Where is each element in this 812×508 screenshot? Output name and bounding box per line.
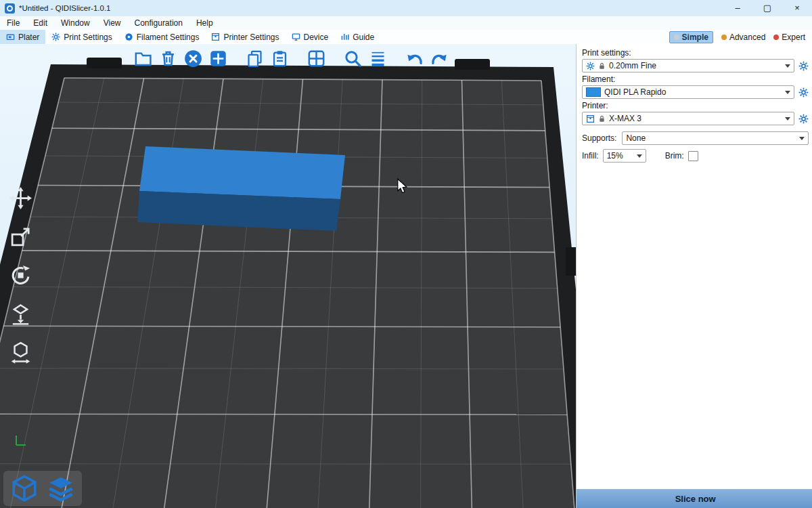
preview-button[interactable] bbox=[47, 474, 75, 503]
print-settings-select[interactable]: 0.20mm Fine bbox=[582, 59, 794, 72]
copy-button[interactable] bbox=[244, 48, 265, 68]
window-controls: – ▢ × bbox=[723, 0, 812, 16]
chevron-down-icon bbox=[785, 91, 790, 94]
paste-icon bbox=[271, 49, 289, 68]
model-object-top-face[interactable] bbox=[139, 146, 345, 199]
tabbar: Plater Print Settings Filament Settings … bbox=[0, 30, 812, 45]
menu-file[interactable]: File bbox=[0, 16, 26, 30]
search-button[interactable] bbox=[342, 48, 363, 68]
minimize-button[interactable]: – bbox=[723, 0, 752, 16]
edit-printer-button[interactable] bbox=[798, 114, 809, 124]
place-on-face-gizmo-button[interactable] bbox=[8, 302, 32, 325]
tab-plater[interactable]: Plater bbox=[0, 30, 45, 44]
folder-icon bbox=[134, 49, 152, 68]
rotate-icon bbox=[9, 264, 32, 287]
tab-print-settings[interactable]: Print Settings bbox=[45, 30, 118, 44]
gear-icon bbox=[586, 62, 595, 70]
scale-icon bbox=[9, 226, 32, 248]
edit-filament-button[interactable] bbox=[798, 87, 809, 98]
supports-select[interactable]: None bbox=[622, 131, 809, 145]
brim-checkbox[interactable] bbox=[688, 151, 698, 161]
tab-plater-label: Plater bbox=[18, 33, 39, 42]
menu-help[interactable]: Help bbox=[189, 16, 220, 30]
simple-mode-dot-icon bbox=[674, 35, 679, 40]
print-settings-label: Print settings: bbox=[582, 48, 809, 58]
titlebar: *Untitled - QIDISlicer-1.0.1 – ▢ × bbox=[0, 0, 812, 16]
printer-icon bbox=[586, 114, 595, 123]
open-project-button[interactable] bbox=[133, 48, 153, 68]
menu-configuration[interactable]: Configuration bbox=[128, 16, 189, 30]
tab-guide[interactable]: Guide bbox=[334, 30, 380, 44]
tab-printer-settings[interactable]: Printer Settings bbox=[205, 30, 285, 44]
paste-button[interactable] bbox=[269, 48, 290, 68]
expert-mode-dot-icon bbox=[773, 35, 779, 40]
view-mode-toggle bbox=[3, 471, 82, 506]
chevron-down-icon bbox=[799, 137, 805, 140]
close-button[interactable]: × bbox=[782, 0, 812, 16]
trash-icon bbox=[159, 49, 177, 68]
tab-print-settings-label: Print Settings bbox=[64, 33, 112, 42]
measure-gizmo-button[interactable] bbox=[8, 341, 32, 364]
filament-select[interactable]: QIDI PLA Rapido bbox=[582, 85, 794, 99]
build-plate[interactable] bbox=[0, 44, 576, 508]
mouse-cursor bbox=[397, 178, 409, 194]
undo-icon bbox=[405, 49, 424, 68]
printer-value: X-MAX 3 bbox=[609, 114, 782, 123]
split-objects-button[interactable] bbox=[306, 48, 326, 68]
gear-icon bbox=[51, 33, 60, 41]
tab-filament-settings[interactable]: Filament Settings bbox=[118, 30, 206, 44]
mode-advanced[interactable]: Advanced bbox=[721, 33, 765, 42]
app-logo-icon bbox=[5, 3, 15, 14]
infill-value: 15% bbox=[607, 151, 633, 161]
chevron-down-icon bbox=[637, 154, 642, 158]
gizmo-toolbar bbox=[8, 186, 32, 364]
arrange-button[interactable] bbox=[208, 48, 228, 68]
undo-button[interactable] bbox=[404, 48, 424, 68]
filament-color-swatch bbox=[586, 87, 601, 97]
search-icon bbox=[344, 49, 362, 68]
menu-window[interactable]: Window bbox=[54, 16, 97, 30]
delete-all-button[interactable] bbox=[183, 48, 203, 68]
monitor-icon bbox=[292, 33, 300, 41]
supports-value: None bbox=[626, 133, 796, 143]
rotate-gizmo-button[interactable] bbox=[8, 263, 32, 287]
tab-filament-settings-label: Filament Settings bbox=[137, 33, 200, 42]
scale-gizmo-button[interactable] bbox=[8, 225, 32, 248]
mode-expert-label: Expert bbox=[782, 33, 805, 42]
viewport-3d[interactable] bbox=[0, 44, 577, 508]
brim-label: Brim: bbox=[665, 151, 684, 161]
arrange-icon bbox=[209, 49, 227, 68]
tab-device[interactable]: Device bbox=[286, 30, 335, 44]
cube-icon bbox=[10, 474, 39, 503]
printer-select[interactable]: X-MAX 3 bbox=[582, 112, 794, 125]
filament-label: Filament: bbox=[582, 75, 809, 84]
advanced-mode-dot-icon bbox=[721, 35, 727, 40]
copy-icon bbox=[246, 49, 264, 68]
mode-simple-label: Simple bbox=[682, 33, 708, 42]
chevron-down-icon bbox=[785, 117, 790, 121]
printer-label: Printer: bbox=[582, 101, 809, 110]
lock-icon bbox=[598, 62, 606, 70]
guide-icon bbox=[340, 33, 349, 41]
maximize-button[interactable]: ▢ bbox=[752, 0, 782, 16]
menu-view[interactable]: View bbox=[97, 16, 128, 30]
redo-icon bbox=[430, 49, 449, 68]
variable-layer-height-button[interactable] bbox=[367, 48, 388, 68]
mode-simple[interactable]: Simple bbox=[669, 31, 713, 43]
slice-now-button[interactable]: Slice now bbox=[577, 489, 812, 508]
supports-label: Supports: bbox=[582, 133, 616, 143]
redo-button[interactable] bbox=[429, 48, 449, 68]
chevron-down-icon bbox=[785, 64, 790, 68]
menu-edit[interactable]: Edit bbox=[26, 16, 54, 30]
edit-print-settings-button[interactable] bbox=[798, 61, 809, 71]
delete-button[interactable] bbox=[158, 48, 178, 68]
tab-guide-label: Guide bbox=[353, 33, 374, 42]
mode-expert[interactable]: Expert bbox=[773, 33, 805, 42]
infill-select[interactable]: 15% bbox=[603, 149, 646, 163]
plater-toolbar bbox=[133, 48, 449, 68]
3d-view-button[interactable] bbox=[10, 474, 39, 503]
layer-height-icon bbox=[369, 49, 387, 68]
move-gizmo-button[interactable] bbox=[8, 186, 32, 209]
settings-sidebar: Print settings: 0.20mm Fine Filament: QI… bbox=[577, 44, 812, 508]
mode-switcher: Simple Advanced Expert bbox=[669, 30, 812, 44]
